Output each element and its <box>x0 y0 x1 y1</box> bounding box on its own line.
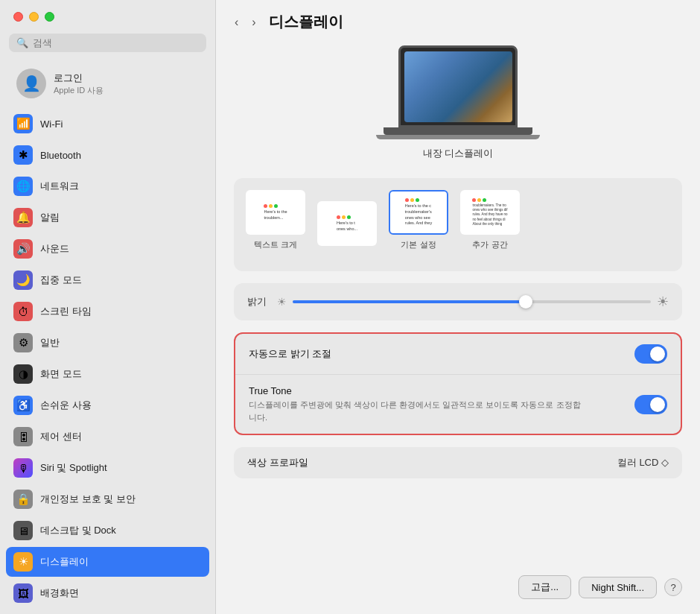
true-tone-row: True Tone 디스플레이를 주변광에 맞춰 색상이 다른 환경에서도 일관… <box>235 374 681 434</box>
profile-name: 로그인 <box>54 72 104 85</box>
bluetooth-icon: ✱ <box>13 145 33 165</box>
display-preview: 내장 디스플레이 <box>234 45 682 160</box>
brightness-section: 밝기 ☀ ☀ <box>234 283 682 320</box>
sidebar-item-accessibility[interactable]: ♿손쉬운 사용 <box>6 390 209 420</box>
thumb-preview-1: Here's to tones who... <box>317 201 377 246</box>
thumbnails-row: Here's to thetroublem... 텍스트 크게 Here's t… <box>246 190 670 250</box>
brightness-label: 밝기 <box>247 295 268 308</box>
sidebar-item-displaymode[interactable]: ◑화면 모드 <box>6 359 209 389</box>
displaymode-icon: ◑ <box>13 364 33 384</box>
accessibility-icon: ♿ <box>13 396 33 415</box>
profile-texts: 로그인 Apple ID 사용 <box>54 72 104 96</box>
network-icon: 🌐 <box>13 177 33 196</box>
sun-large-icon: ☀ <box>657 294 669 310</box>
color-profile-value: 컬러 LCD ◇ <box>617 456 669 469</box>
forward-button[interactable]: › <box>248 14 259 31</box>
sidebar-label-privacy: 개인정보 보호 및 보안 <box>40 493 136 506</box>
sidebar: 🔍 👤 로그인 Apple ID 사용 📶Wi-Fi✱Bluetooth🌐네트워… <box>0 0 216 614</box>
traffic-lights <box>0 12 215 34</box>
profile-item[interactable]: 👤 로그인 Apple ID 사용 <box>6 61 209 106</box>
sidebar-items-list: 📶Wi-Fi✱Bluetooth🌐네트워크🔔알림🔊사운드🌙집중 모드⏱스크린 타… <box>0 109 215 614</box>
toggle-section: 자동으로 밝기 조절 True Tone 디스플레이를 주변광에 맞춰 색상이 … <box>234 332 682 435</box>
resolution-option-2[interactable]: Here's to the ctroublemaker'sones who se… <box>389 190 448 250</box>
avatar: 👤 <box>16 69 46 98</box>
sidebar-label-wallpaper: 배경화면 <box>40 586 79 600</box>
sidebar-label-screentime: 스크린 타임 <box>40 305 92 318</box>
page-title: 디스플레이 <box>269 12 343 32</box>
screentime-icon: ⏱ <box>13 302 33 321</box>
advanced-button[interactable]: 고급... <box>518 575 571 599</box>
true-tone-knob <box>650 397 665 412</box>
minimize-button[interactable] <box>29 12 39 22</box>
general-icon: ⚙ <box>13 333 33 352</box>
sidebar-item-desktop[interactable]: 🖥데스크탑 및 Dock <box>6 516 209 545</box>
sidebar-label-control: 제어 센터 <box>40 430 82 443</box>
sound-icon: 🔊 <box>13 239 33 259</box>
sidebar-item-screentime[interactable]: ⏱스크린 타임 <box>6 297 209 326</box>
profile-subtitle: Apple ID 사용 <box>54 85 104 96</box>
brightness-slider[interactable] <box>293 300 651 303</box>
sidebar-item-notifications[interactable]: 🔔알림 <box>6 203 209 232</box>
control-icon: 🎛 <box>13 427 33 446</box>
laptop-frame <box>398 45 518 127</box>
help-button[interactable]: ? <box>664 578 682 596</box>
true-tone-desc: 디스플레이를 주변광에 맞춰 색상이 다른 환경에서도 일관적으로 보이도록 자… <box>249 399 584 423</box>
color-profile-label: 색상 프로파일 <box>247 456 308 469</box>
laptop-stand <box>376 135 540 139</box>
sidebar-item-privacy[interactable]: 🔒개인정보 보호 및 보안 <box>6 484 209 514</box>
sidebar-label-wifi: Wi-Fi <box>40 118 63 130</box>
focus-icon: 🌙 <box>13 270 33 290</box>
sidebar-item-siri[interactable]: 🎙Siri 및 Spotlight <box>6 453 209 483</box>
sidebar-label-displaymode: 화면 모드 <box>40 367 82 381</box>
slider-thumb <box>519 295 532 308</box>
sidebar-label-bluetooth: Bluetooth <box>40 150 81 161</box>
wallpaper-icon: 🖼 <box>13 583 33 603</box>
sidebar-label-desktop: 데스크탑 및 Dock <box>40 524 116 537</box>
sidebar-label-accessibility: 손쉬운 사용 <box>40 399 92 412</box>
search-bar[interactable]: 🔍 <box>9 34 206 52</box>
sidebar-item-display[interactable]: ☀디스플레이 <box>6 547 209 577</box>
back-button[interactable]: ‹ <box>231 14 242 31</box>
auto-brightness-row: 자동으로 밝기 조절 <box>235 334 681 374</box>
color-profile-selector[interactable]: 컬러 LCD ◇ <box>617 456 669 469</box>
resolution-option-0[interactable]: Here's to thetroublem... 텍스트 크게 <box>246 190 305 250</box>
true-tone-toggle[interactable] <box>634 395 667 414</box>
slider-fill <box>293 300 526 303</box>
slider-container: ☀ ☀ <box>277 294 669 310</box>
auto-brightness-toggle[interactable] <box>634 344 667 364</box>
thumb-preview-0: Here's to thetroublem... <box>246 190 305 235</box>
sidebar-item-sound[interactable]: 🔊사운드 <box>6 234 209 264</box>
maximize-button[interactable] <box>45 12 54 22</box>
laptop-base <box>384 127 532 135</box>
sun-small-icon: ☀ <box>277 296 287 308</box>
thumb-label-0: 텍스트 크게 <box>254 239 297 250</box>
sidebar-item-general[interactable]: ⚙일반 <box>6 328 209 358</box>
sidebar-item-wifi[interactable]: 📶Wi-Fi <box>6 109 209 139</box>
thumb-preview-2: Here's to the ctroublemaker'sones who se… <box>389 190 448 235</box>
auto-brightness-label: 자동으로 밝기 조절 <box>249 347 634 361</box>
display-icon: ☀ <box>13 552 33 572</box>
color-profile-row: 색상 프로파일 컬러 LCD ◇ <box>234 447 682 478</box>
laptop-screen <box>404 51 512 122</box>
desktop-icon: 🖥 <box>13 521 33 540</box>
thumb-preview-3: troublemakers. The troones who see thing… <box>460 190 520 235</box>
sidebar-label-network: 네트워크 <box>40 180 79 193</box>
titlebar: ‹ › 디스플레이 <box>216 0 700 38</box>
sidebar-item-wallpaper[interactable]: 🖼배경화면 <box>6 578 209 608</box>
resolution-option-1[interactable]: Here's to tones who... <box>317 201 377 250</box>
true-tone-label: True Tone <box>249 385 634 396</box>
sidebar-item-control[interactable]: 🎛제어 센터 <box>6 422 209 452</box>
sidebar-item-network[interactable]: 🌐네트워크 <box>6 171 209 201</box>
sidebar-item-bluetooth[interactable]: ✱Bluetooth <box>6 140 209 170</box>
night-shift-button[interactable]: Night Shift... <box>579 577 657 598</box>
sidebar-item-focus[interactable]: 🌙집중 모드 <box>6 265 209 295</box>
scroll-area: 내장 디스플레이 Here's to thetroublem... 텍스트 크게 <box>216 38 700 575</box>
sidebar-label-siri: Siri 및 Spotlight <box>40 461 107 475</box>
sidebar-label-focus: 집중 모드 <box>40 273 82 287</box>
sidebar-label-display: 디스플레이 <box>40 555 89 569</box>
search-input[interactable] <box>33 37 199 48</box>
main-content: ‹ › 디스플레이 내장 디스플레이 Here's to thetroubl <box>216 0 700 614</box>
notifications-icon: 🔔 <box>13 208 33 227</box>
resolution-option-3[interactable]: troublemakers. The troones who see thing… <box>460 190 520 250</box>
close-button[interactable] <box>13 12 23 22</box>
